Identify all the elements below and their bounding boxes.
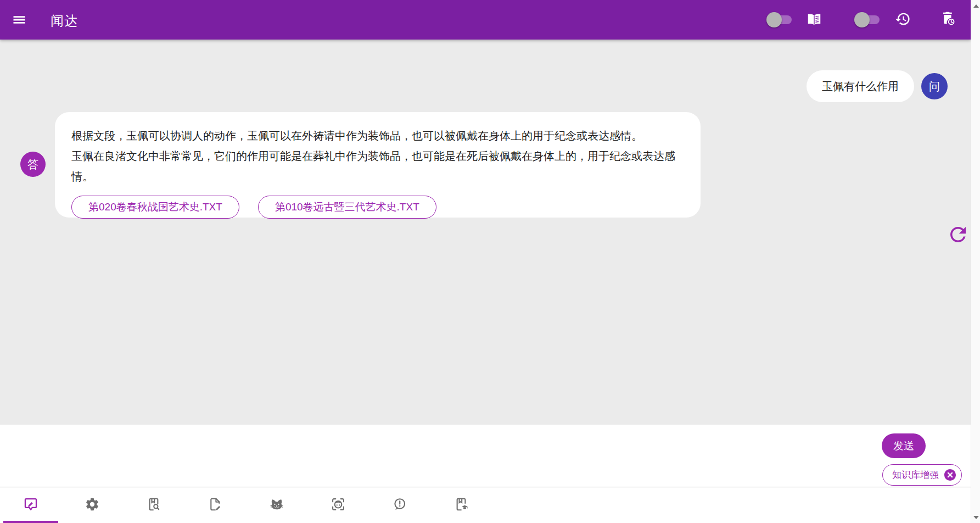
auto-delete-button[interactable] [940, 11, 956, 29]
toggle-thumb[interactable] [854, 12, 870, 27]
tab-knowledge-search[interactable] [123, 487, 184, 523]
knowledge-base-chip-label: 知识库增强 [892, 469, 939, 481]
hamburger-menu-icon [12, 12, 27, 29]
toggle-thumb[interactable] [766, 12, 782, 27]
kb-chip-close-icon[interactable] [944, 469, 956, 481]
history-button[interactable] [895, 11, 911, 29]
triangle-up-icon [973, 4, 979, 8]
send-button[interactable]: 发送 [882, 433, 926, 458]
book-graduation-icon [453, 497, 469, 514]
tab-settings[interactable] [61, 487, 123, 523]
source-chip-2[interactable]: 第010卷远古暨三代艺术史.TXT [258, 196, 436, 219]
cat-face-icon [269, 497, 284, 514]
menu-button[interactable] [10, 11, 29, 30]
tab-cat[interactable] [246, 487, 307, 523]
face-in-scan-frame-icon [331, 497, 346, 514]
book-magnifier-icon [146, 497, 161, 514]
history-clock-icon [895, 11, 911, 29]
refresh-icon [947, 223, 970, 248]
tab-feedback[interactable] [369, 487, 430, 523]
trash-with-clock-icon [940, 11, 956, 29]
tab-face-scan[interactable] [307, 487, 369, 523]
tab-chat[interactable] [0, 487, 61, 523]
source-chip-1[interactable]: 第020卷春秋战国艺术史.TXT [71, 196, 239, 219]
question-row: 玉佩有什么作用 问 [807, 70, 948, 102]
page-scrollbar[interactable] [971, 0, 980, 523]
triangle-down-icon [973, 516, 979, 519]
speech-bubble-exclamation-icon [392, 497, 407, 514]
scrollbar-up-button[interactable] [971, 1, 980, 10]
chat-area: 玉佩有什么作用 问 答 根据文段，玉佩可以协调人的动作，玉佩可以在外祷请中作为装… [0, 40, 971, 425]
answer-card: 根据文段，玉佩可以协调人的动作，玉佩可以在外祷请中作为装饰品，也可以被佩戴在身体… [55, 112, 701, 218]
source-chips: 第020卷春秋战国艺术史.TXT 第010卷远古暨三代艺术史.TXT [71, 196, 684, 219]
header-toggle-2[interactable] [854, 0, 881, 40]
refresh-button[interactable] [947, 224, 970, 247]
bottom-toolbar [0, 487, 971, 523]
app-header: 闻达 [0, 0, 971, 40]
answer-avatar: 答 [20, 152, 46, 177]
answer-line-2: 玉佩在良渚文化中非常常见，它们的作用可能是在葬礼中作为装饰品，也可能是在死后被佩… [71, 146, 684, 187]
user-question-bubble: 玉佩有什么作用 [807, 70, 914, 102]
app-window: 闻达 [0, 0, 980, 523]
speech-bubble-pencil-icon [23, 497, 38, 514]
tab-library[interactable] [430, 487, 492, 523]
book-button[interactable] [806, 11, 822, 29]
answer-line-1: 根据文段，玉佩可以协调人的动作，玉佩可以在外祷请中作为装饰品，也可以被佩戴在身体… [71, 126, 684, 146]
question-avatar: 问 [921, 73, 948, 99]
file-pencil-icon [208, 497, 223, 514]
header-toggle-1[interactable] [766, 0, 793, 40]
app-title: 闻达 [51, 12, 78, 30]
scrollbar-down-button[interactable] [971, 513, 980, 522]
tab-document-edit[interactable] [184, 487, 246, 523]
composer-section: 发送 知识库增强 [0, 425, 971, 487]
question-text: 玉佩有什么作用 [822, 80, 899, 92]
gear-icon [85, 497, 100, 514]
knowledge-base-chip[interactable]: 知识库增强 [882, 464, 962, 486]
open-book-icon [806, 11, 822, 29]
